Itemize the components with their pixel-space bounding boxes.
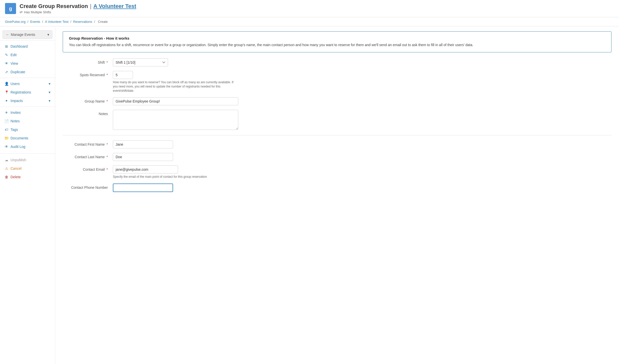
back-icon: ← <box>6 33 9 37</box>
sidebar-label-cancel: Cancel <box>11 166 22 170</box>
shift-row: Shift * Shift 1 [1/10] <box>63 58 611 66</box>
contact-email-row: Contact Email * Specify the email of the… <box>63 165 611 179</box>
sidebar-item-view[interactable]: 👁 View <box>0 59 55 68</box>
manage-events-button[interactable]: ← Manage Events ▾ <box>3 30 52 39</box>
contact-email-label: Contact Email * <box>63 165 113 171</box>
duplicate-icon: ⇗ <box>5 70 9 74</box>
user-icon: 👤 <box>5 82 9 86</box>
contact-last-name-input[interactable] <box>113 153 173 161</box>
main-content: Group Reservation - How it works You can… <box>55 26 619 364</box>
breadcrumb-current: Create <box>98 20 108 24</box>
main-layout: ← Manage Events ▾ ⊞ Dashboard ✎ Edit 👁 V… <box>0 26 619 364</box>
sidebar-item-duplicate[interactable]: ⇗ Duplicate <box>0 68 55 76</box>
contact-email-hint: Specify the email of the main point of c… <box>113 175 238 179</box>
contact-phone-row: Contact Phone Number <box>63 184 611 192</box>
shift-label: Shift * <box>63 58 113 64</box>
sidebar-label-users: Users <box>11 82 20 86</box>
contact-email-wrap: Specify the email of the main point of c… <box>113 165 238 179</box>
sidebar-divider-3 <box>0 107 55 107</box>
contact-last-name-required: * <box>107 155 108 159</box>
registrations-arrow-icon: ▾ <box>49 90 50 94</box>
users-arrow-icon: ▾ <box>49 82 50 86</box>
header-title-block: Create Group Reservation | A Volunteer T… <box>20 3 136 14</box>
sidebar-item-cancel[interactable]: ⚠ Cancel <box>0 164 55 173</box>
sidebar-item-delete[interactable]: 🗑 Delete <box>0 173 55 181</box>
sidebar-label-dashboard: Dashboard <box>11 44 28 48</box>
breadcrumb: GivePulse.org / Events / A Volunteer Tes… <box>0 17 619 26</box>
sidebar-label-delete: Delete <box>11 175 21 179</box>
shift-control-wrap: Shift 1 [1/10] <box>113 58 238 66</box>
notes-row: Notes <box>63 110 611 131</box>
contact-first-name-label: Contact First Name * <box>63 140 113 146</box>
notes-control-wrap <box>113 110 238 131</box>
pencil-icon: ✎ <box>5 53 9 57</box>
sidebar-item-invites[interactable]: ✈ Invites <box>0 108 55 117</box>
eye-icon: 👁 <box>5 61 9 65</box>
sidebar-label-notes: Notes <box>11 119 20 123</box>
eye2-icon: 👁 <box>5 145 9 149</box>
spots-hint: How many do you want to reserve? You can… <box>113 80 238 93</box>
header-subtitle: ⇄ Has Multiple Shifts <box>20 10 136 14</box>
impacts-arrow-icon: ▾ <box>49 99 50 103</box>
sidebar-label-duplicate: Duplicate <box>11 70 25 74</box>
page-title-prefix: Create Group Reservation <box>20 3 88 10</box>
contact-email-required: * <box>107 167 108 171</box>
event-title-link[interactable]: A Volunteer Test <box>93 3 136 10</box>
contact-first-name-input[interactable] <box>113 140 173 148</box>
notes-textarea[interactable] <box>113 110 238 130</box>
group-name-input[interactable] <box>113 97 238 105</box>
spots-input[interactable] <box>113 71 133 79</box>
sidebar-item-notes[interactable]: 📄 Notes <box>0 117 55 125</box>
contact-first-name-required: * <box>107 142 108 146</box>
sidebar-item-impacts[interactable]: ✦ Impacts ▾ <box>0 97 55 105</box>
contact-last-name-row: Contact Last Name * <box>63 153 611 161</box>
sidebar-item-registrations[interactable]: 📍 Registrations ▾ <box>0 88 55 97</box>
group-name-row: Group Name * <box>63 97 611 105</box>
info-box-title: Group Reservation - How it works <box>69 36 605 40</box>
dropdown-arrow-icon: ▾ <box>47 33 49 37</box>
sidebar-label-view: View <box>11 61 18 65</box>
contact-phone-label: Contact Phone Number <box>63 184 113 190</box>
notes-label: Notes <box>63 110 113 116</box>
app-logo: g <box>5 3 16 14</box>
spots-row: Spots Reserved * How many do you want to… <box>63 71 611 93</box>
contact-phone-wrap <box>113 184 238 192</box>
breadcrumb-events[interactable]: Events <box>30 20 40 24</box>
breadcrumb-reservations[interactable]: Reservations <box>73 20 92 24</box>
contact-email-input[interactable] <box>113 165 178 173</box>
sidebar-item-users[interactable]: 👤 Users ▾ <box>0 79 55 88</box>
sidebar-bottom: ☁ Unpublish ⚠ Cancel 🗑 Delete <box>0 153 55 181</box>
sidebar-item-edit[interactable]: ✎ Edit <box>0 51 55 59</box>
breadcrumb-givepulse[interactable]: GivePulse.org <box>5 20 26 24</box>
multiple-shifts-icon: ⇄ <box>20 10 23 14</box>
grid-icon: ⊞ <box>5 44 9 48</box>
pin-icon: 📍 <box>5 90 9 94</box>
impacts-icon: ✦ <box>5 99 9 103</box>
warning-icon: ⚠ <box>5 166 9 170</box>
spots-label: Spots Reserved * <box>63 71 113 77</box>
trash-icon: 🗑 <box>5 175 9 179</box>
breadcrumb-event-name[interactable]: A Volunteer Test <box>45 20 68 24</box>
shift-select[interactable]: Shift 1 [1/10] <box>113 58 168 66</box>
sidebar-item-dashboard[interactable]: ⊞ Dashboard <box>0 42 55 51</box>
sidebar-item-tags[interactable]: 🏷 Tags <box>0 125 55 134</box>
info-box: Group Reservation - How it works You can… <box>63 31 611 52</box>
contact-phone-input[interactable] <box>113 184 173 192</box>
cloud-icon: ☁ <box>5 158 9 162</box>
sidebar-item-documents[interactable]: 📁 Documents <box>0 134 55 142</box>
spots-required: * <box>107 73 108 77</box>
sidebar-item-unpublish[interactable]: ☁ Unpublish <box>0 156 55 164</box>
sidebar-label-audit-log: Audit Log <box>11 145 25 149</box>
sidebar-label-documents: Documents <box>11 136 28 140</box>
sidebar-item-audit-log[interactable]: 👁 Audit Log <box>0 142 55 151</box>
page-title: Create Group Reservation | A Volunteer T… <box>20 3 136 10</box>
manage-events-label: Manage Events <box>11 33 35 37</box>
reservation-form: Shift * Shift 1 [1/10] Spots Reserved * <box>63 58 611 192</box>
title-separator: | <box>90 3 92 10</box>
contact-first-name-wrap <box>113 140 238 148</box>
group-name-required: * <box>107 99 108 103</box>
contact-first-name-row: Contact First Name * <box>63 140 611 148</box>
tag-icon: 🏷 <box>5 128 9 132</box>
sidebar-label-edit: Edit <box>11 53 17 57</box>
form-divider <box>63 135 611 135</box>
